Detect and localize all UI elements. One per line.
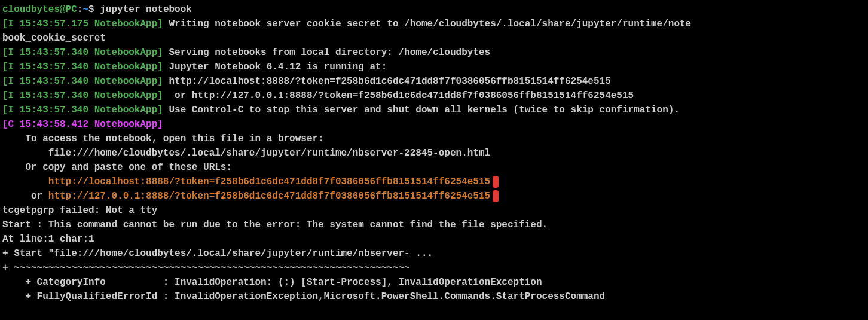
notebook-url-localhost[interactable]: http://localhost:8888/?token=f258b6d1c6d… [48,176,490,187]
access-line: Or copy and paste one of these URLs: [2,160,866,175]
sep: : [77,4,83,15]
url-line: http://localhost:8888/?token=f258b6d1c6d… [2,175,866,189]
error-line: + CategoryInfo : InvalidOperation: (:) [… [2,275,866,289]
error-line: + ~~~~~~~~~~~~~~~~~~~~~~~~~~~~~~~~~~~~~~… [2,261,866,275]
log-msg: or http://127.0.0.1:8888/?token=f258b6d1… [163,90,634,101]
error-line: + Start "file:///home/cloudbytes/.local/… [2,246,866,261]
info-tag: [I 15:43:57.340 NotebookApp] [2,76,163,87]
command-text: jupyter notebook [94,4,192,15]
prompt-symbol: $ [88,4,94,15]
info-tag: [I 15:43:57.340 NotebookApp] [2,105,163,115]
log-line: [I 15:43:57.340 NotebookApp] http://loca… [2,74,866,89]
error-line: tcgetpgrp failed: Not a tty [2,203,866,218]
access-file-line: file:///home/cloudbytes/.local/share/jup… [2,146,866,160]
log-line: [I 15:43:57.340 NotebookApp] Serving not… [2,45,866,60]
info-tag: [I 15:43:57.340 NotebookApp] [2,62,163,72]
log-msg: http://localhost:8888/?token=f258b6d1c6d… [163,76,611,87]
info-tag: [I 15:43:57.175 NotebookApp] [2,19,163,29]
error-line: Start : This command cannot be run due t… [2,218,866,232]
log-line: [I 15:43:57.340 NotebookApp] or http://1… [2,89,866,103]
url-line: or http://127.0.0.1:8888/?token=f258b6d1… [2,189,866,203]
path: ~ [82,4,88,15]
url-prefix [2,176,48,187]
access-line: To access the notebook, open this file i… [2,132,866,146]
error-line: + FullyQualifiedErrorId : InvalidOperati… [2,289,866,304]
cursor-icon [493,176,499,188]
url-prefix: or [2,191,48,202]
log-line: [I 15:43:57.175 NotebookApp] Writing not… [2,17,866,31]
log-msg: Use Control-C to stop this server and sh… [163,105,680,115]
log-line: [I 15:43:57.340 NotebookApp] Use Control… [2,103,866,117]
info-tag: [I 15:43:57.340 NotebookApp] [2,47,163,58]
log-msg: Writing notebook server cookie secret to… [163,19,691,29]
log-line: [C 15:43:58.412 NotebookApp] [2,117,866,132]
log-line: [I 15:43:57.340 NotebookApp] Jupyter Not… [2,60,866,74]
notebook-url-ip[interactable]: http://127.0.0.1:8888/?token=f258b6d1c6d… [48,191,490,202]
cursor-icon [493,190,499,202]
terminal-prompt-line: cloudbytes@PC:~$ jupyter notebook [2,2,866,17]
log-msg: Jupyter Notebook 6.4.12 is running at: [163,62,387,72]
user-host: cloudbytes@PC [2,4,77,15]
log-msg: Serving notebooks from local directory: … [163,47,490,58]
info-tag: [I 15:43:57.340 NotebookApp] [2,90,163,101]
critical-tag: [C 15:43:58.412 NotebookApp] [2,119,163,130]
error-line: At line:1 char:1 [2,232,866,246]
log-line-wrap: book_cookie_secret [2,31,866,45]
